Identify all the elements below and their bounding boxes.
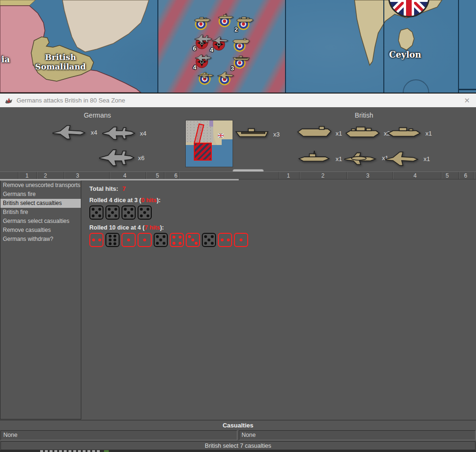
roll-summary-line: Rolled 10 dice at 4 (7 hits): (89, 224, 476, 231)
british-seaplane-stack[interactable] (197, 69, 216, 85)
die-pip (111, 211, 114, 214)
ruler-tick-label: 1 (26, 172, 29, 179)
roll-suffix: ): (156, 197, 160, 204)
battle-step-item[interactable]: Germans withdraw? (0, 235, 81, 244)
british-battleship-unit: x2 (344, 123, 390, 143)
unit-count: x6 (138, 154, 145, 162)
unit-count: x3 (273, 131, 280, 138)
clipped-text-fragment (40, 450, 102, 452)
seaplane-icon (197, 70, 216, 80)
battle-step-item[interactable]: Germans fire (0, 190, 81, 199)
ruler-divider (279, 172, 279, 179)
defender-casualties-list[interactable]: None (239, 430, 476, 440)
die-pip (140, 208, 143, 211)
roll-hits: 0 hits (141, 197, 157, 204)
die-pip (114, 208, 117, 211)
dice-results-panel: Total hits: 7 Rolled 4 dice at 3 (0 hits… (82, 180, 476, 419)
die-pip (173, 242, 175, 245)
unit-count: x1 (424, 155, 430, 162)
german-tactical-bomber-unit: x4 (100, 123, 147, 143)
german-tactical-bomber-stack[interactable]: 4 (194, 52, 213, 68)
british-transport-stack[interactable]: 3 (232, 53, 251, 69)
defender-name: British (355, 111, 373, 119)
british-cruiser-unit: x1 (386, 123, 432, 143)
die-pip (92, 239, 95, 241)
german-fighter-stack[interactable]: 4 (211, 34, 230, 51)
ruler-tick-label: 5 (446, 172, 449, 179)
roll-hits: 7 hits (145, 224, 160, 231)
die-5-miss (154, 233, 168, 247)
dice-row (89, 205, 476, 220)
tactical-bomber-icon (194, 53, 213, 63)
british-destroyer-stack[interactable] (216, 11, 235, 27)
die-5-miss (105, 205, 120, 220)
battle-step-item[interactable]: Remove casualties (0, 226, 81, 235)
british-battleship-stack[interactable]: 2 (235, 14, 254, 30)
attacker-name: Germans (84, 111, 111, 119)
british-fighter-stack[interactable] (216, 69, 235, 85)
die-1-hit (138, 233, 152, 247)
ruler-tick-label: 1 (287, 172, 290, 179)
destroyer-icon (296, 149, 333, 169)
bomber-icon (98, 148, 135, 168)
die-pip (113, 235, 116, 238)
british-carrier-unit: x1 (296, 123, 342, 143)
die-pip (95, 211, 98, 214)
battle-panel: Germans British x4x4x6 x1x2x1x1x1x1 x3 1… (0, 107, 476, 452)
unit-count: x1 (336, 155, 342, 162)
game-map[interactable]: iaBritishSomalilandCeylon 2 6 4 4 3 (0, 0, 476, 93)
battle-step-item[interactable]: Germans select casualties (0, 217, 81, 226)
territory-label: BritishSomaliland (35, 53, 86, 71)
german-bomber-unit: x6 (98, 148, 145, 168)
british-flag-icon (388, 0, 430, 18)
british-destroyer-unit: x1 (296, 149, 342, 169)
battle-icon (5, 97, 13, 104)
die-pip (147, 214, 149, 217)
british-carrier-stack[interactable] (232, 36, 251, 52)
ruler-divider (178, 172, 179, 179)
ruler-divider (459, 172, 459, 179)
battle-step-item[interactable]: British select casualties (0, 199, 81, 208)
territory-label: Ceylon (389, 50, 421, 60)
cruiser-icon (193, 15, 212, 25)
die-pip (92, 208, 95, 211)
die-pip (130, 214, 133, 217)
die-pip (127, 211, 130, 214)
battle-step-item[interactable]: Remove unescorted transports (0, 181, 81, 190)
close-icon[interactable]: ✕ (463, 96, 471, 105)
carrier-icon (296, 123, 333, 143)
total-hits-value: 7 (122, 185, 126, 192)
die-pip (179, 242, 182, 245)
attacker-casualties-list[interactable]: None (0, 430, 237, 440)
die-pip (179, 236, 182, 239)
roll-prefix: Rolled 4 dice at 3 ( (89, 197, 141, 204)
british-cruiser-stack[interactable] (193, 14, 212, 30)
ruler-tick-label: 4 (414, 172, 417, 179)
die-pip (98, 208, 101, 211)
ruler-tick-label: 3 (76, 172, 79, 179)
ruler-tick-label: 2 (44, 172, 47, 179)
ruler-divider (299, 172, 300, 179)
die-pip (113, 242, 116, 245)
die-pip (109, 239, 112, 241)
die-pip (159, 239, 162, 241)
die-4-hit (170, 233, 184, 247)
die-5-miss (89, 205, 104, 220)
die-pip (113, 239, 116, 241)
die-pip (208, 239, 210, 241)
battle-steps-list: Remove unescorted transportsGermans fire… (0, 180, 81, 419)
stack-count-badge: 2 (234, 26, 238, 33)
die-pip (173, 236, 175, 239)
die-pip (127, 239, 130, 241)
battle-step-item[interactable]: British fire (0, 208, 81, 217)
attacker-strength-ruler: 123456 (0, 171, 237, 179)
ruler-tick-label: 4 (123, 172, 127, 179)
ruler-divider (473, 172, 474, 179)
battle-window-titlebar: Germans attacks British in 80 Sea Zone ✕ (0, 93, 476, 107)
fighter-icon (211, 35, 230, 45)
minimap-british-flag-icon (218, 134, 224, 137)
die-5-miss (202, 233, 216, 247)
die-pip (211, 242, 214, 245)
sea-zone-border (458, 0, 459, 93)
die-2-hit (89, 233, 104, 247)
